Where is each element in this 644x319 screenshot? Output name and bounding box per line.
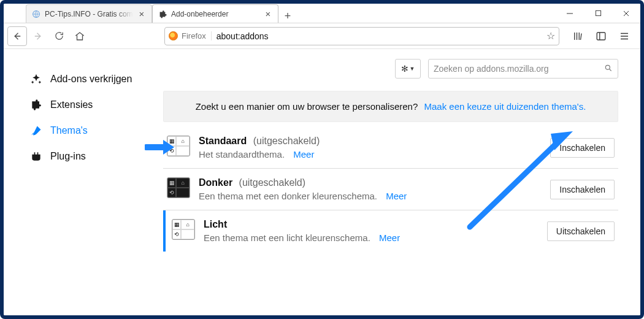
reload-button[interactable] (49, 26, 69, 46)
theme-description: Een thema met een licht kleurenschema. M… (204, 233, 539, 243)
sidebar-item-plugins[interactable]: Plug-ins (29, 144, 155, 169)
puzzle-icon (158, 9, 167, 19)
tab-strip: PC-Tips.INFO - Gratis computer tips × Ad… (4, 4, 556, 23)
library-button[interactable] (569, 28, 586, 45)
chevron-down-icon: ▼ (410, 66, 415, 72)
gear-icon: ✻ (401, 64, 408, 74)
sidebar-item-get-addons[interactable]: Add-ons verkrijgen (29, 66, 155, 92)
search-icon (604, 64, 613, 74)
maximize-button[interactable] (584, 4, 612, 23)
theme-state: (uitgeschakeld) (253, 136, 320, 146)
sidebar-item-extensions[interactable]: Extensies (29, 92, 155, 118)
theme-more-link[interactable]: Meer (293, 149, 314, 160)
site-identity[interactable]: Firefox (169, 31, 212, 40)
close-icon[interactable]: × (263, 9, 273, 18)
theme-name: Licht (204, 219, 227, 229)
sidebar-item-label: Extensies (50, 99, 93, 110)
content: Add-ons verkrijgen Extensies Thema's Plu… (4, 49, 640, 315)
addons-main: ✻ ▼ Zoekt u een manier om uw browser te … (163, 49, 640, 315)
puzzle-icon (29, 99, 43, 111)
theme-row-default: ▦⌂⟲ Standaard (uitgeschakeld) Het standa… (163, 127, 618, 169)
sparkle-icon (29, 73, 43, 85)
banner-link[interactable]: Maak een keuze uit duizenden thema's. (424, 101, 586, 112)
back-button[interactable] (7, 26, 27, 46)
theme-row-light: ▦⌂⟲ Licht Een thema met een licht kleure… (163, 210, 618, 252)
paintbrush-icon (29, 125, 43, 137)
firefox-icon (169, 31, 178, 40)
disable-button[interactable]: Uitschakelen (547, 221, 615, 241)
globe-icon (31, 9, 41, 19)
app-menu-button[interactable] (616, 28, 633, 45)
tab-title: Add-onbeheerder (171, 10, 259, 18)
enable-button[interactable]: Inschakelen (550, 180, 615, 199)
svg-rect-2 (597, 33, 605, 40)
theme-title: Donker (uitgeschakeld) (199, 177, 542, 188)
theme-icon: ▦⌂⟲ (172, 219, 195, 240)
svg-point-5 (605, 65, 610, 69)
tab-addon-manager[interactable]: Add-onbeheerder × (152, 4, 278, 23)
themes-banner: Zoekt u een manier om uw browser te pers… (163, 91, 618, 122)
theme-name: Standaard (199, 136, 247, 146)
sidebar-button[interactable] (592, 28, 610, 45)
toolbar-right (565, 28, 637, 45)
theme-state: (uitgeschakeld) (239, 177, 306, 188)
addons-top-row: ✻ ▼ (163, 59, 618, 79)
plug-icon (29, 150, 43, 163)
theme-description: Een thema met een donker kleurenschema. … (199, 191, 542, 201)
tab-pc-tips[interactable]: PC-Tips.INFO - Gratis computer tips × (26, 4, 152, 23)
close-icon[interactable]: × (137, 9, 147, 18)
addons-search[interactable] (428, 59, 618, 79)
bookmark-star-icon[interactable]: ☆ (546, 30, 555, 42)
theme-name: Donker (199, 177, 232, 188)
theme-icon: ▦⌂⟲ (167, 177, 190, 198)
sidebar-item-label: Add-ons verkrijgen (50, 74, 132, 85)
url-text: about:addons (217, 31, 542, 41)
theme-icon: ▦⌂⟲ (167, 136, 190, 156)
theme-row-dark: ▦⌂⟲ Donker (uitgeschakeld) Een thema met… (163, 169, 618, 210)
banner-text: Zoekt u een manier om uw browser te pers… (196, 101, 418, 112)
address-bar[interactable]: Firefox about:addons ☆ (164, 27, 559, 45)
sidebar-item-themes[interactable]: Thema's (29, 118, 155, 144)
minimize-button[interactable] (556, 4, 584, 23)
toolbar: Firefox about:addons ☆ (4, 23, 640, 49)
titlebar: PC-Tips.INFO - Gratis computer tips × Ad… (4, 4, 640, 23)
site-identity-label: Firefox (182, 31, 206, 40)
sidebar-item-label: Thema's (50, 125, 88, 136)
addons-gear-menu[interactable]: ✻ ▼ (395, 59, 421, 79)
theme-more-link[interactable]: Meer (379, 233, 400, 243)
new-tab-button[interactable]: + (278, 10, 297, 23)
theme-description: Het standaardthema. Meer (199, 149, 542, 160)
theme-more-link[interactable]: Meer (386, 191, 407, 201)
close-window-button[interactable] (612, 4, 640, 23)
addons-search-input[interactable] (434, 64, 599, 74)
enable-button[interactable]: Inschakelen (550, 138, 615, 158)
tab-title: PC-Tips.INFO - Gratis computer tips (45, 10, 133, 18)
theme-title: Standaard (uitgeschakeld) (199, 136, 542, 147)
home-button[interactable] (70, 26, 90, 46)
theme-title: Licht (204, 219, 539, 230)
window-controls (556, 4, 640, 23)
addons-sidebar: Add-ons verkrijgen Extensies Thema's Plu… (4, 49, 163, 315)
theme-list: ▦⌂⟲ Standaard (uitgeschakeld) Het standa… (163, 127, 618, 252)
svg-rect-1 (596, 10, 600, 15)
sidebar-item-label: Plug-ins (50, 151, 86, 162)
forward-button[interactable] (28, 26, 48, 46)
